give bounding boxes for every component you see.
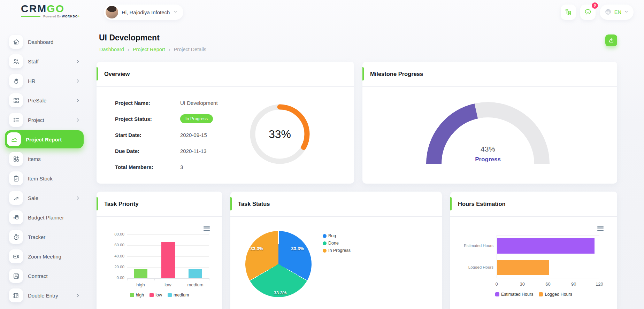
legend-item-bug[interactable]: Bug [323,233,351,238]
sidebar-item-label: Double Entry [28,293,58,299]
sidebar-item-budget-planner[interactable]: $Budget Planner [5,210,84,224]
chart-legend: BugDoneIn Progress [323,233,351,253]
sidebar-item-hr[interactable]: HR [5,74,84,88]
sidebar-item-label: HR [28,78,36,84]
x-axis-tick: 90 [567,281,581,287]
sidebar-item-sale[interactable]: Sale [5,191,84,205]
home-icon [9,35,23,49]
breadcrumb-item-project-report[interactable]: Project Report [133,47,165,52]
chart-legend: highlowmedium [97,293,222,298]
sidebar-item-items[interactable]: Items [5,152,84,166]
field-label: Project Name: [115,100,180,106]
breadcrumb-item-project-details: Project Details [174,47,206,52]
sidebar-item-contract[interactable]: Contract [5,269,84,283]
sidebar-item-project-report[interactable]: Project Report [5,130,84,148]
x-axis-tick: 30 [515,281,529,287]
x-axis-tickmark [154,278,155,280]
field-value: 2020-09-15 [180,132,207,138]
field-value: 2020-11-13 [180,148,207,154]
sidebar-item-project[interactable]: Project [5,113,84,127]
card-accent-bar [450,197,452,210]
legend-item-estimated-hours[interactable]: Estimated Hours [495,292,533,297]
sidebar-item-staff[interactable]: Staff [5,54,84,68]
clipboard-icon [9,171,23,185]
legend-item-logged-hours[interactable]: Logged Hours [539,292,572,297]
chart-line-icon [7,132,21,146]
task-priority-card: Task Priority 80.0060.0040.0020.000.00hi… [97,192,222,309]
language-selector[interactable]: EN [600,5,634,20]
sidebar-item-presale[interactable]: PreSale [5,93,84,107]
sidebar-item-tracker[interactable]: Tracker [5,230,84,244]
row-gridline [497,257,599,257]
card-title: Task Priority [104,201,139,207]
legend-item-done[interactable]: Done [323,241,351,246]
download-button[interactable] [605,34,617,46]
field-label: Total Members: [115,164,180,170]
hours-estimation-card: Hours Estimation Estimated HoursLogged H… [450,192,617,309]
svg-text:$: $ [13,216,15,219]
project-completion-chart: 33% [247,101,313,167]
coins-icon: $ [9,210,23,224]
powered-by-text: Powered By [43,15,61,18]
card-accent-bar [362,67,364,80]
card-accent-bar [230,197,232,210]
card-title: Task Status [238,201,270,207]
user-avatar [106,6,118,18]
user-menu[interactable]: Hi, Rajodiya Infotech [104,5,183,20]
tagline-bar [21,16,40,17]
brand-go: GO [47,3,64,14]
y-axis-tick: 20.00 [99,265,124,269]
legend-item-in-progress[interactable]: In Progress [323,248,351,253]
card-title: Overview [104,71,130,77]
x-axis-label: medium [183,282,208,287]
messages-badge: 0 [592,2,598,9]
status-badge: In Progress [180,114,213,123]
category-label: Logged Hours [455,265,493,269]
x-axis-tick: 0 [490,281,504,287]
legend-item-medium[interactable]: medium [168,293,189,298]
legend-item-high[interactable]: high [130,293,144,298]
pie-slice-label-bug: 33.3% [291,246,304,251]
page-title: UI Development [99,33,160,43]
sidebar-item-label: Project Report [26,137,62,142]
x-axis-label: low [156,282,180,287]
grid-icon [9,93,23,107]
sidebar-item-item-stock[interactable]: Item Stock [5,171,84,185]
language-code: EN [614,9,621,15]
hand-icon [9,74,23,88]
overview-card: Overview Project Name:UI DevelopmentProj… [97,62,354,184]
x-axis-label: high [129,282,153,287]
chart-menu-icon[interactable] [597,226,604,231]
brand-logo: CRMGO Powered By WORKDO+ [21,3,80,18]
card-title: Milestone Progress [370,71,423,77]
field-value: UI Development [180,100,218,106]
x-axis-tickmark [127,278,128,280]
sidebar-item-zoom-meeting[interactable]: Zoom Meeting [5,249,84,263]
bar-estimated-hours [497,238,595,254]
sidebar-item-label: Dashboard [28,39,53,45]
messages-button[interactable]: 0 [580,5,596,20]
breadcrumb-separator: › [128,46,129,52]
stopwatch-icon [9,230,23,244]
legend-chip [323,241,327,245]
legend-item-low[interactable]: low [150,293,162,298]
user-greeting: Hi, Rajodiya Infotech [122,9,170,15]
chevron-down-icon [173,9,178,15]
bar-high [134,269,147,278]
sidebar-item-double-entry[interactable]: Double Entry [5,288,84,302]
legend-chip [168,293,172,297]
sidebar-item-label: Tracker [28,234,45,240]
sidebar-item-dashboard[interactable]: Dashboard [5,35,84,49]
y-axis-tick: 0.00 [99,276,124,280]
users-icon [9,54,23,68]
x-axis-tickmark [182,278,182,280]
sitemap-button[interactable] [561,5,576,20]
floppy-icon [9,269,23,283]
sidebar-item-label: Staff [28,59,39,64]
chevron-right-icon [76,293,80,298]
bar-medium [189,269,202,278]
breadcrumb-item-dashboard[interactable]: Dashboard [99,47,124,52]
chart-menu-icon[interactable] [204,226,210,231]
download-icon [608,37,614,44]
legend-chip [323,249,327,253]
